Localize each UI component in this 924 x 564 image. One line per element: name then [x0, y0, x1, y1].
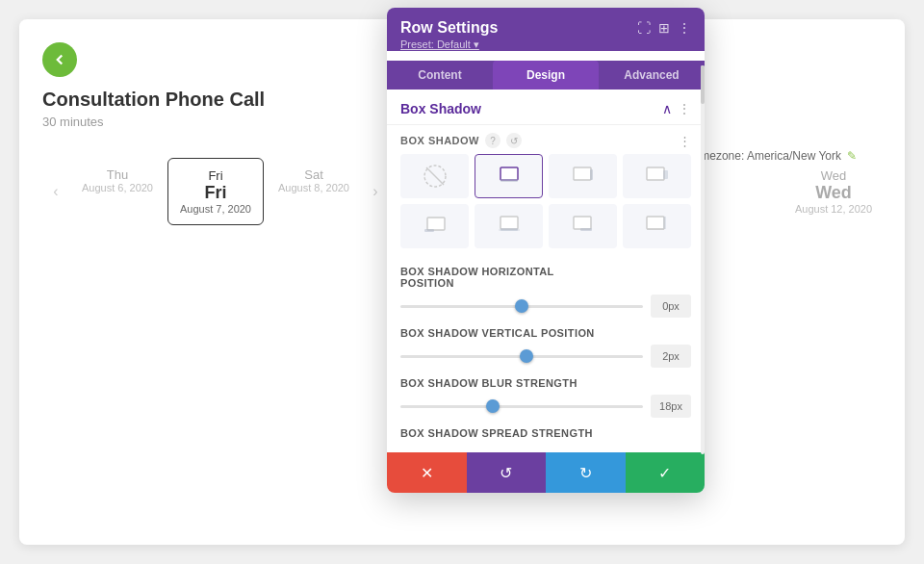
- shadow-option-none[interactable]: [400, 154, 469, 198]
- shadow-option-bottom-right[interactable]: [549, 204, 617, 248]
- blur-track[interactable]: [400, 405, 643, 408]
- vertical-position-group: Box Shadow Vertical Position 2px: [400, 327, 691, 368]
- day-name-sat: Sat: [273, 167, 354, 182]
- modal-title-row: Row Settings ⛶ ⊞ ⋮: [400, 19, 691, 37]
- day-name-fri: Fri: [176, 168, 255, 183]
- row-settings-modal: Row Settings ⛶ ⊞ ⋮ Preset: Default ▾ Con…: [387, 8, 705, 493]
- svg-rect-12: [499, 229, 520, 231]
- more-icon[interactable]: ⋮: [678, 20, 691, 36]
- day-wed[interactable]: Wed Wed August 12, 2020: [785, 159, 882, 224]
- blur-value: 18px: [651, 395, 691, 418]
- scrollbar[interactable]: [701, 65, 705, 454]
- fullscreen-icon[interactable]: ⛶: [637, 20, 651, 36]
- preset-label[interactable]: Preset: Default ▾: [400, 38, 691, 51]
- cancel-icon: ✕: [421, 464, 433, 482]
- blur-row: 18px: [400, 395, 691, 418]
- section-more-icon[interactable]: ⋮: [678, 101, 691, 116]
- svg-rect-8: [427, 218, 445, 230]
- vertical-value: 2px: [651, 345, 691, 368]
- confirm-icon: ✓: [658, 464, 671, 482]
- blur-thumb[interactable]: [486, 399, 500, 413]
- timezone-label: timezone: America/New York: [694, 149, 841, 163]
- svg-rect-6: [647, 167, 664, 180]
- day-thu[interactable]: Thu August 6, 2020: [69, 158, 166, 225]
- modal-title: Row Settings: [400, 19, 498, 37]
- day-date-thu: August 6, 2020: [77, 182, 158, 193]
- modal-footer: ✕ ↺ ↻ ✓: [387, 452, 705, 493]
- vertical-row: 2px: [400, 345, 691, 368]
- tab-advanced[interactable]: Advanced: [599, 61, 705, 90]
- help-icon[interactable]: ?: [485, 133, 500, 148]
- svg-rect-4: [574, 167, 591, 180]
- spread-label: Box Shadow Spread Strength: [400, 427, 691, 439]
- svg-rect-5: [590, 169, 593, 180]
- svg-rect-13: [574, 217, 591, 229]
- shadow-option-far-right[interactable]: [623, 154, 691, 198]
- day-num-fri: Fri: [176, 183, 255, 203]
- collapse-icon[interactable]: ∧: [662, 101, 672, 116]
- svg-rect-2: [500, 167, 518, 180]
- modal-header: Row Settings ⛶ ⊞ ⋮ Preset: Default ▾: [387, 8, 705, 51]
- horizontal-value: 0px: [651, 295, 691, 318]
- day-date-sat: August 8, 2020: [273, 182, 354, 193]
- scroll-thumb[interactable]: [701, 65, 705, 104]
- vertical-thumb[interactable]: [520, 349, 533, 363]
- spread-strength-group: Box Shadow Spread Strength: [400, 427, 691, 439]
- day-fri[interactable]: Fri Fri August 7, 2020: [167, 158, 264, 225]
- timezone-edit-icon[interactable]: ✎: [847, 149, 857, 163]
- field-more-icon[interactable]: ⋮: [679, 134, 691, 148]
- undo-button[interactable]: ↺: [467, 452, 547, 493]
- shadow-option-bottom-center[interactable]: [475, 204, 543, 248]
- shadow-option-right[interactable]: [549, 154, 617, 198]
- tab-content[interactable]: Content: [387, 61, 493, 90]
- modal-header-icons: ⛶ ⊞ ⋮: [637, 20, 691, 36]
- redo-icon: ↻: [579, 464, 592, 482]
- next-arrow[interactable]: ›: [362, 178, 389, 205]
- svg-rect-14: [580, 228, 592, 231]
- redo-button[interactable]: ↻: [546, 452, 626, 493]
- shadow-option-bottom-left[interactable]: [400, 204, 469, 248]
- svg-rect-3: [500, 179, 518, 182]
- shadow-option-corner[interactable]: [623, 204, 691, 248]
- tab-design[interactable]: Design: [493, 61, 599, 90]
- vertical-label: Box Shadow Vertical Position: [400, 327, 691, 339]
- svg-rect-15: [647, 217, 664, 229]
- day-name-wed: Wed: [793, 168, 874, 183]
- shadow-presets-grid: [387, 154, 705, 258]
- svg-rect-10: [500, 217, 518, 229]
- blur-label: Box Shadow Blur Strength: [400, 377, 691, 389]
- cancel-button[interactable]: ✕: [387, 452, 467, 493]
- reset-icon[interactable]: ↺: [506, 133, 522, 148]
- svg-line-1: [426, 167, 444, 185]
- vertical-track[interactable]: [400, 355, 643, 358]
- timezone-row: timezone: America/New York ✎: [694, 149, 857, 163]
- day-date-fri: August 7, 2020: [176, 203, 255, 215]
- modal-tabs: Content Design Advanced: [387, 61, 705, 90]
- grid-icon[interactable]: ⊞: [658, 20, 670, 36]
- section-controls: ∧ ⋮: [662, 101, 691, 116]
- box-shadow-label: Box Shadow: [400, 135, 479, 146]
- svg-rect-16: [663, 217, 666, 229]
- horizontal-label: Box Shadow HorizontalPosition: [400, 266, 691, 289]
- day-sat[interactable]: Sat August 8, 2020: [266, 158, 362, 225]
- horizontal-thumb[interactable]: [515, 299, 528, 313]
- calendar-days: Thu August 6, 2020 Fri Fri August 7, 202…: [69, 158, 362, 225]
- horizontal-position-group: Box Shadow HorizontalPosition 0px: [400, 266, 691, 318]
- day-date-wed: August 12, 2020: [793, 203, 874, 215]
- prev-arrow[interactable]: ‹: [42, 178, 69, 205]
- shadow-option-center[interactable]: [475, 154, 543, 198]
- undo-icon: ↺: [500, 464, 512, 482]
- blur-strength-group: Box Shadow Blur Strength 18px: [400, 377, 691, 418]
- sliders-section: Box Shadow HorizontalPosition 0px Box Sh…: [387, 258, 705, 452]
- svg-rect-7: [663, 170, 668, 179]
- svg-rect-9: [424, 229, 434, 232]
- box-shadow-section-header: Box Shadow ∧ ⋮: [387, 90, 705, 125]
- modal-body: Box Shadow ∧ ⋮ Box Shadow ? ↺ ⋮: [387, 90, 705, 452]
- confirm-button[interactable]: ✓: [626, 452, 706, 493]
- day-name-thu: Thu: [77, 167, 158, 182]
- day-num-wed: Wed: [793, 183, 874, 203]
- section-title: Box Shadow: [400, 101, 481, 116]
- back-button[interactable]: [42, 42, 77, 77]
- field-label-row: Box Shadow ? ↺ ⋮: [387, 125, 705, 154]
- horizontal-track[interactable]: [400, 305, 643, 308]
